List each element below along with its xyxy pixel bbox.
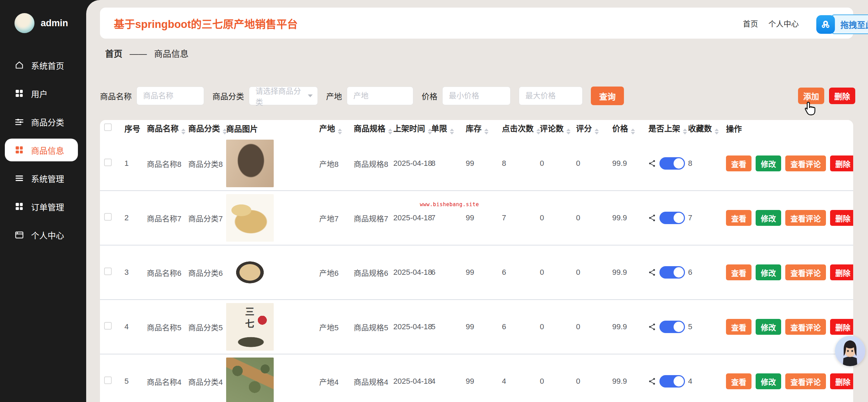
- cell-spec: 商品规格7: [348, 212, 388, 223]
- table-header-row: 序号 商品名称 商品分类 商品图片 产地 商品规格 上架时间 单限 库存 点击次…: [100, 120, 853, 137]
- price-min-input[interactable]: [442, 87, 511, 105]
- row-checkbox[interactable]: [104, 322, 112, 330]
- table-body: 1 商品名称8 商品分类8 产地8 商品规格8 2025-04-18 8 99 …: [100, 137, 853, 402]
- view-comments-button[interactable]: 查看评论: [785, 264, 826, 280]
- sort-icon[interactable]: [595, 129, 599, 134]
- row-checkbox[interactable]: [104, 159, 112, 166]
- edit-button[interactable]: 修改: [756, 319, 781, 335]
- on-shelf-toggle[interactable]: [659, 157, 685, 170]
- view-comments-button[interactable]: 查看评论: [785, 319, 826, 335]
- share-icon[interactable]: [648, 160, 656, 167]
- list-icon: [14, 173, 24, 183]
- view-button[interactable]: 查看: [726, 210, 751, 226]
- product-image[interactable]: [226, 249, 274, 296]
- cell-favorites: 4: [683, 377, 720, 386]
- edit-button[interactable]: 修改: [756, 373, 781, 389]
- sort-icon[interactable]: [450, 129, 454, 134]
- edit-button[interactable]: 修改: [756, 264, 781, 280]
- cell-price: 99.9: [607, 377, 643, 386]
- row-checkbox[interactable]: [104, 376, 112, 384]
- view-button[interactable]: 查看: [726, 319, 751, 335]
- view-comments-button[interactable]: 查看评论: [785, 373, 826, 389]
- cell-limit: 6: [426, 268, 460, 277]
- row-delete-button[interactable]: 删除: [830, 155, 853, 171]
- col-stock[interactable]: 库存: [460, 122, 496, 134]
- sidebar-item-system-management[interactable]: 系统管理: [0, 164, 86, 192]
- on-shelf-toggle[interactable]: [659, 321, 685, 333]
- edit-button[interactable]: 修改: [756, 155, 781, 171]
- view-button[interactable]: 查看: [726, 264, 751, 280]
- row-delete-button[interactable]: 删除: [830, 373, 853, 389]
- user-avatar[interactable]: [14, 13, 34, 33]
- origin-filter-label: 产地: [326, 90, 342, 102]
- sort-icon[interactable]: [484, 129, 488, 134]
- col-limit[interactable]: 单限: [426, 122, 460, 134]
- cell-category: 商品分类5: [183, 321, 221, 332]
- drag-upload-widget[interactable]: 拖拽至此上传: [816, 14, 868, 34]
- price-max-input[interactable]: [519, 87, 583, 105]
- view-comments-button[interactable]: 查看评论: [785, 155, 826, 171]
- nav-home-link[interactable]: 首页: [743, 18, 758, 29]
- col-date[interactable]: 上架时间: [388, 122, 426, 134]
- row-checkbox[interactable]: [104, 268, 112, 275]
- col-origin[interactable]: 产地: [314, 122, 348, 134]
- assistant-avatar-button[interactable]: [835, 336, 865, 366]
- category-filter-select[interactable]: 请选择商品分类: [249, 87, 318, 105]
- sidebar-item-personal-center[interactable]: 个人中心: [0, 221, 86, 249]
- sort-icon[interactable]: [566, 129, 571, 134]
- share-icon[interactable]: [648, 214, 656, 222]
- sidebar-user: admin: [0, 0, 86, 33]
- origin-filter-input[interactable]: [347, 87, 413, 105]
- col-price[interactable]: 价格: [607, 122, 643, 134]
- col-favorites[interactable]: 收藏数: [683, 122, 720, 134]
- cell-name: 商品名称6: [141, 267, 183, 278]
- edit-button[interactable]: 修改: [756, 210, 781, 226]
- col-comments[interactable]: 评论数: [534, 122, 571, 134]
- col-category[interactable]: 商品分类: [183, 122, 221, 134]
- view-comments-button[interactable]: 查看评论: [785, 210, 826, 226]
- product-image[interactable]: [226, 140, 274, 187]
- delete-button[interactable]: 删除: [829, 88, 855, 104]
- product-image[interactable]: [226, 194, 274, 242]
- row-delete-button[interactable]: 删除: [830, 264, 853, 280]
- sidebar-item-product-category[interactable]: 商品分类: [0, 108, 86, 136]
- cell-favorites: 8: [683, 159, 720, 168]
- sidebar-item-product-info[interactable]: 商品信息: [5, 139, 78, 161]
- sort-icon[interactable]: [715, 129, 719, 134]
- cell-index: 1: [119, 159, 141, 168]
- sidebar-item-order-management[interactable]: 订单管理: [0, 192, 86, 221]
- share-icon[interactable]: [648, 323, 656, 331]
- sort-icon[interactable]: [338, 129, 342, 134]
- on-shelf-toggle[interactable]: [659, 212, 685, 224]
- col-on-shelf[interactable]: 是否上架: [643, 122, 683, 134]
- col-rating[interactable]: 评分: [571, 122, 607, 134]
- on-shelf-toggle[interactable]: [659, 266, 685, 279]
- share-icon[interactable]: [648, 378, 656, 385]
- row-delete-button[interactable]: 删除: [830, 210, 853, 226]
- sidebar-item-users[interactable]: 用户: [0, 79, 86, 108]
- name-filter-input[interactable]: [137, 87, 204, 105]
- on-shelf-toggle[interactable]: [659, 375, 685, 388]
- row-delete-button[interactable]: 删除: [830, 319, 853, 335]
- product-image[interactable]: [226, 358, 274, 402]
- row-checkbox[interactable]: [104, 213, 112, 221]
- cell-index: 4: [119, 322, 141, 331]
- col-spec[interactable]: 商品规格: [348, 122, 388, 134]
- sidebar: admin 系统首页 用户 商品分类 商品信息 系统管理: [0, 0, 86, 402]
- col-clicks[interactable]: 点击次数: [496, 122, 534, 134]
- cell-clicks: 8: [496, 159, 534, 168]
- view-button[interactable]: 查看: [726, 155, 751, 171]
- sidebar-item-home[interactable]: 系统首页: [0, 51, 86, 79]
- sort-icon[interactable]: [631, 129, 635, 134]
- view-button[interactable]: 查看: [726, 373, 751, 389]
- search-button[interactable]: 查询: [591, 87, 624, 105]
- cell-category: 商品分类7: [183, 212, 221, 223]
- select-all-checkbox[interactable]: [104, 123, 112, 131]
- price-filter-label: 价格: [422, 90, 437, 102]
- grid-icon: [14, 202, 24, 211]
- col-name[interactable]: 商品名称: [141, 122, 183, 134]
- product-image[interactable]: 三七: [226, 303, 274, 351]
- share-icon[interactable]: [648, 269, 656, 276]
- nav-personal-center-link[interactable]: 个人中心: [768, 18, 799, 29]
- breadcrumb-home[interactable]: 首页: [105, 49, 122, 59]
